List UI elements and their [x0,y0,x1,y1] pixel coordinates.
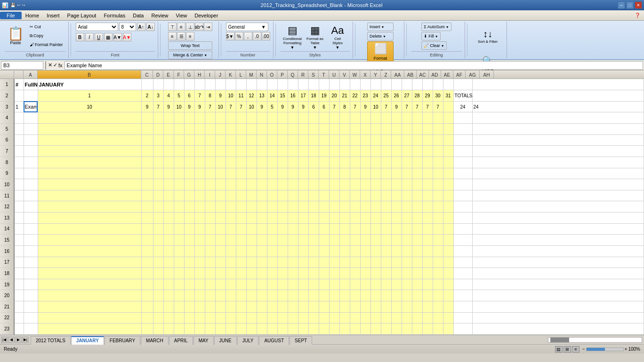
empty-day-13-15[interactable] [288,212,298,224]
empty-day-12-22[interactable] [360,201,370,212]
empty-day-19-10[interactable] [236,279,246,290]
empty-day-6-25[interactable] [391,134,402,146]
empty-day-10-24[interactable] [381,179,391,190]
empty-row-10-b[interactable] [24,179,38,190]
empty-day-20-21[interactable] [350,290,360,301]
sheet-tab-march[interactable]: MARCH [141,336,169,345]
empty-day-10-13[interactable] [267,179,277,190]
empty-day-5-13[interactable] [267,124,277,135]
empty-day-16-3[interactable] [163,245,174,257]
empty-day-13-26[interactable] [402,212,412,224]
empty-row-13-a[interactable] [14,212,24,224]
empty-day-19-3[interactable] [163,279,174,290]
empty-day-13-25[interactable] [391,212,402,224]
day-num-12[interactable]: 12 [246,90,257,102]
day-num-11[interactable]: 11 [236,90,246,102]
empty-day-19-1[interactable] [141,279,153,290]
empty-row-12-a[interactable] [14,201,24,212]
empty-day-4-26[interactable] [402,112,412,124]
empty-day-16-7[interactable] [205,245,215,257]
empty-day-21-10[interactable] [236,301,246,313]
empty-day-14-29[interactable] [433,223,443,235]
empty-row-6-a[interactable] [14,134,24,146]
empty-row-8-b[interactable] [24,157,38,168]
data-day-1[interactable]: 10 [38,101,141,112]
empty-row-19-a[interactable] [14,279,24,290]
row-header-18[interactable]: 18 [0,268,14,279]
empty-day-17-1[interactable] [141,257,153,268]
empty-day-17-24[interactable] [381,257,391,268]
day-num-5[interactable]: 5 [174,90,184,102]
empty-day-18-27[interactable] [412,268,422,279]
empty-day-14-12[interactable] [257,223,267,235]
empty-row-18-b[interactable] [24,268,38,279]
empty-day-14-28[interactable] [422,223,433,235]
empty-day-6-1[interactable] [141,134,153,146]
empty-day-4-9[interactable] [225,112,236,124]
empty-day-5-8[interactable] [215,124,225,135]
empty-row-4-b[interactable] [24,112,38,124]
empty-day-13-17[interactable] [308,212,319,224]
data-row-num[interactable]: 1 [14,101,24,112]
empty-day-23-9[interactable] [225,323,236,335]
empty-day-23-19[interactable] [329,323,339,335]
empty-day-9-22[interactable] [360,168,370,179]
empty-day-16-19[interactable] [329,245,339,257]
col-header-c[interactable]: C [141,71,153,79]
day-num-22[interactable]: 22 [350,90,360,102]
empty-day-11-5[interactable] [184,190,194,201]
col-header-t[interactable]: T [319,71,329,79]
empty-day-22-13[interactable] [267,312,277,323]
empty-day-22-23[interactable] [370,312,381,323]
empty-day-6-19[interactable] [329,134,339,146]
empty-day-15-6[interactable] [194,235,205,246]
empty-day-9-19[interactable] [329,168,339,179]
empty-day-23-5[interactable] [184,323,194,335]
empty-day-13-13[interactable] [267,212,277,224]
empty-day-16-21[interactable] [350,245,360,257]
empty-day-7-1[interactable] [141,146,153,157]
help-icon[interactable]: ❓ [635,13,644,18]
empty-day-13-31[interactable] [453,212,472,224]
empty-day-13-27[interactable] [412,212,422,224]
empty-day-22-18[interactable] [319,312,329,323]
empty-day-19-6[interactable] [194,279,205,290]
empty-row-19-b[interactable] [24,279,38,290]
empty-day-5-23[interactable] [370,124,381,135]
empty-day-18-11[interactable] [246,268,257,279]
empty-day-5-27[interactable] [412,124,422,135]
empty-day-4-27[interactable] [412,112,422,124]
empty-day-7-29[interactable] [433,146,443,157]
empty-row-16-a[interactable] [14,245,24,257]
day-num-17[interactable]: 17 [298,90,308,102]
confirm-formula-icon[interactable]: ✓ [53,62,57,68]
empty-day-13-7[interactable] [205,212,215,224]
empty-day-21-24[interactable] [381,301,391,313]
empty-day-21-4[interactable] [174,301,184,313]
data-menu[interactable]: Data [129,12,147,19]
empty-day-6-4[interactable] [174,134,184,146]
empty-day-11-15[interactable] [288,190,298,201]
empty-day-9-3[interactable] [163,168,174,179]
empty-row-22-a[interactable] [14,312,24,323]
empty-day-4-14[interactable] [277,112,288,124]
empty-day-16-25[interactable] [391,245,402,257]
empty-day-5-29[interactable] [433,124,443,135]
empty-day-11-14[interactable] [277,190,288,201]
col-header-ac[interactable]: AC [417,71,429,79]
empty-day-5-28[interactable] [422,124,433,135]
empty-day-8-8[interactable] [215,157,225,168]
empty-day-4-2[interactable] [153,112,163,124]
empty-day-8-30[interactable] [443,157,453,168]
empty-day-13-12[interactable] [257,212,267,224]
empty-day-23-7[interactable] [205,323,215,335]
row-header-20[interactable]: 20 [0,290,14,301]
empty-day-20-2[interactable] [153,290,163,301]
empty-day-20-20[interactable] [339,290,350,301]
empty-day-23-2[interactable] [153,323,163,335]
close-button[interactable]: ✕ [635,1,642,9]
empty-day-20-19[interactable] [329,290,339,301]
empty-day-20-22[interactable] [360,290,370,301]
empty-day-15-30[interactable] [443,235,453,246]
empty-day-7-18[interactable] [319,146,329,157]
